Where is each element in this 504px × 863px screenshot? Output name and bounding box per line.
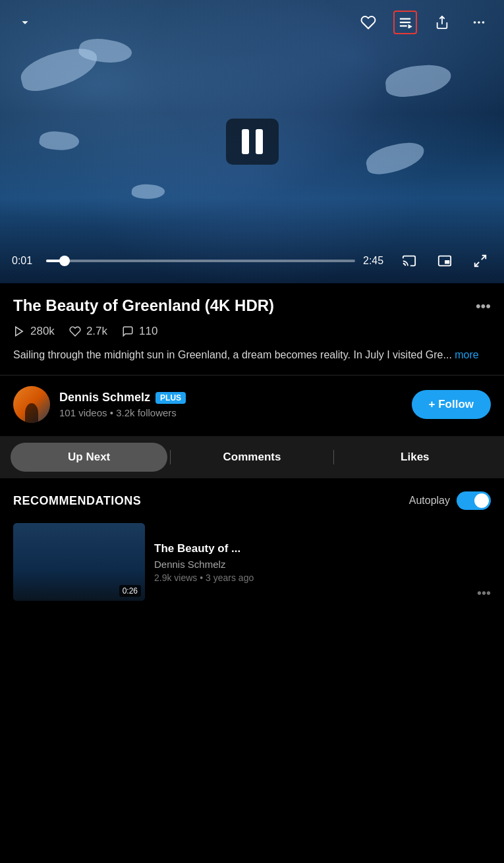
svg-marker-3 [408,24,412,28]
channel-meta: 101 videos • 3.2k followers [59,407,186,418]
video-title-row: The Beauty of Greenland (4K HDR) ••• [13,295,491,316]
autoplay-toggle[interactable] [457,491,491,510]
tab-separator [170,450,171,464]
rec-channel: Dennis Schmelz [154,559,491,570]
divider [0,375,504,376]
control-icons [397,249,492,273]
channel-name: Dennis Schmelz [59,391,150,404]
rec-header: RECOMMENDATIONS Autoplay [13,491,491,510]
progress-thumb [59,256,70,266]
pip-button[interactable] [433,249,457,273]
rec-info: The Beauty of ... Dennis Schmelz 2.9k vi… [154,523,491,601]
tab-likes[interactable]: Likes [337,443,493,472]
rec-meta: 2.9k views • 3 years ago [154,572,491,583]
pause-button[interactable] [226,119,279,165]
follow-button[interactable]: + Follow [412,390,491,419]
play-icon [13,325,25,337]
video-info-section: The Beauty of Greenland (4K HDR) ••• 280… [0,283,504,436]
svg-point-6 [478,21,480,24]
current-time: 0:01 [12,255,38,267]
duration: 2:45 [363,255,389,267]
channel-row: Dennis Schmelz PLUS 101 videos • 3.2k fo… [13,386,491,426]
tabs-section: Up Next Comments Likes [0,436,504,478]
video-player[interactable]: 0:01 2:45 [0,0,504,283]
queue-button[interactable] [393,11,417,34]
channel-left: Dennis Schmelz PLUS 101 videos • 3.2k fo… [13,386,186,423]
player-controls: 0:01 2:45 [0,241,504,283]
view-count: 280k [13,325,55,338]
tabs-row: Up Next Comments Likes [11,443,493,472]
autoplay-row: Autoplay [409,491,491,510]
svg-line-12 [475,262,479,266]
like-button[interactable] [356,11,380,34]
svg-point-7 [482,21,485,24]
cast-button[interactable] [397,249,421,273]
svg-rect-10 [445,260,449,264]
read-more-button[interactable]: more [455,349,478,360]
pause-icon [242,129,263,154]
share-button[interactable] [430,11,454,34]
progress-bar[interactable] [46,260,355,262]
top-bar-right [356,11,491,34]
rec-duration: 0:26 [119,585,141,597]
video-more-button[interactable]: ••• [476,295,491,315]
comment-icon [122,325,134,337]
recommendations-section: RECOMMENDATIONS Autoplay The Beauty of G… [0,478,504,626]
video-stats: 280k 2.7k 110 [13,325,491,338]
top-bar [0,0,504,45]
svg-point-5 [474,21,476,24]
fullscreen-button[interactable] [468,249,492,273]
tab-comments[interactable]: Comments [173,443,330,472]
rec-thumbnail: The Beauty of Greenland 0:26 [13,523,145,601]
like-count: 2.7k [69,325,107,338]
video-title: The Beauty of Greenland (4K HDR) [13,295,468,316]
heart-icon [69,325,81,337]
toggle-knob [474,493,489,508]
rec-more-button[interactable]: ••• [477,586,491,601]
plus-badge: PLUS [155,392,186,404]
rec-item[interactable]: The Beauty of Greenland 0:26 The Beauty … [13,523,491,601]
more-options-button[interactable] [467,11,491,34]
channel-info: Dennis Schmelz PLUS 101 videos • 3.2k fo… [59,391,186,418]
svg-line-11 [482,256,486,260]
tab-separator-2 [333,450,334,464]
autoplay-label: Autoplay [409,495,450,507]
tab-up-next[interactable]: Up Next [11,443,167,472]
video-description: Sailing through the midnight sun in Gree… [13,347,491,363]
svg-marker-13 [16,327,23,336]
back-button[interactable] [13,11,37,34]
channel-name-row: Dennis Schmelz PLUS [59,391,186,404]
comment-count: 110 [122,325,157,338]
channel-avatar[interactable] [13,386,50,423]
rec-video-title: The Beauty of ... [154,542,491,556]
rec-title: RECOMMENDATIONS [13,494,141,508]
avatar-silhouette [25,403,38,423]
